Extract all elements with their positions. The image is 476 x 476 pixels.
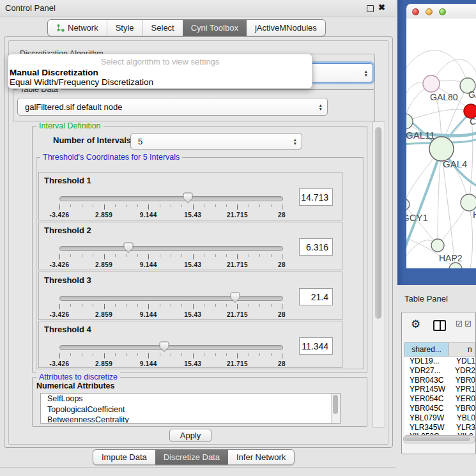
network-node[interactable] bbox=[431, 239, 444, 252]
network-node[interactable] bbox=[406, 114, 413, 129]
threshold-slider[interactable]: -3.4262.8599.14415.4321.71528 bbox=[59, 345, 282, 350]
tab-label: Select bbox=[151, 23, 174, 33]
columns-icon[interactable] bbox=[433, 320, 446, 331]
table-cell: YBL0 bbox=[448, 413, 475, 423]
checkbox-icon[interactable]: ☑ bbox=[456, 319, 463, 328]
threshold-value-field[interactable]: 6.316 bbox=[299, 238, 333, 256]
threshold-slider[interactable]: -3.4262.8599.14415.4321.71528 bbox=[59, 246, 282, 251]
tab-jactivemnodules[interactable]: jActiveMNodules bbox=[247, 20, 325, 36]
list-item[interactable]: BetweennessCentrality bbox=[41, 415, 340, 424]
network-node[interactable] bbox=[406, 199, 410, 210]
table-hscrollbar[interactable] bbox=[403, 435, 475, 443]
tick-mark bbox=[148, 254, 149, 259]
network-node[interactable] bbox=[423, 75, 440, 92]
zoom-traffic-light-icon[interactable] bbox=[439, 8, 446, 15]
slider-track[interactable] bbox=[59, 246, 283, 251]
attribute-list[interactable]: SelfLoopsTopologicalCoefficientBetweenne… bbox=[40, 393, 341, 424]
tab-infer-network[interactable]: Infer Network bbox=[228, 450, 294, 464]
tick-mark bbox=[193, 204, 194, 210]
list-scrollbar-thumb[interactable] bbox=[333, 395, 338, 414]
tick-mark bbox=[237, 353, 238, 358]
tick-mark bbox=[137, 304, 138, 307]
gear-icon[interactable]: ⚙ bbox=[411, 318, 420, 331]
close-panel-icon[interactable]: ✖ bbox=[378, 3, 385, 12]
threshold-slider[interactable]: -3.4262.8599.14415.4321.71528 bbox=[59, 196, 282, 201]
network-icon bbox=[56, 24, 65, 32]
checkbox-icon[interactable]: ☑ bbox=[464, 319, 472, 328]
tick-mark bbox=[249, 204, 249, 207]
table-row[interactable]: YDL19...YDL1 bbox=[404, 357, 475, 366]
table-row[interactable]: YBR043CYBR0 bbox=[404, 376, 475, 385]
tab-select[interactable]: Select bbox=[142, 20, 183, 36]
apply-button[interactable]: Apply bbox=[169, 429, 211, 442]
table-data-combobox[interactable]: galFiltered.sif default node ▲▼ bbox=[17, 98, 328, 116]
slider-track[interactable] bbox=[59, 345, 283, 350]
list-item[interactable]: TopologicalCoefficient bbox=[41, 404, 340, 415]
tick-mark bbox=[215, 204, 216, 207]
close-traffic-light-icon[interactable] bbox=[412, 8, 419, 15]
slider-ticks bbox=[59, 353, 282, 359]
list-item[interactable]: SelfLoops bbox=[41, 394, 340, 404]
table-row[interactable]: YDR27...YDR2 bbox=[404, 366, 475, 376]
network-canvas[interactable]: GAL80GACGAL11GAL4GCY1HHAP2 bbox=[406, 19, 476, 268]
threshold-slider[interactable]: -3.4262.8599.14415.4321.71528 bbox=[59, 296, 282, 301]
tick-mark bbox=[171, 353, 171, 356]
table-panel: ⚙ ☑ ☑ shared... n YDL19...YDL1YDR27...YD… bbox=[401, 312, 476, 454]
slider-track[interactable] bbox=[59, 296, 283, 301]
slider-thumb[interactable] bbox=[159, 341, 169, 353]
slider-thumb[interactable] bbox=[230, 292, 240, 303]
column-header-name[interactable]: n bbox=[449, 342, 475, 357]
tick-mark bbox=[204, 304, 204, 307]
slider-track[interactable] bbox=[59, 196, 283, 201]
number-of-intervals-label: Number of Intervals bbox=[53, 135, 131, 145]
table-cell: YBL079W bbox=[404, 413, 448, 423]
tab-impute-data[interactable]: Impute Data bbox=[93, 450, 155, 464]
table-row[interactable]: YLR345WYLR3 bbox=[404, 423, 475, 433]
tick-label: 2.859 bbox=[95, 261, 112, 268]
tick-mark bbox=[137, 254, 138, 257]
threshold-value-field[interactable]: 11.344 bbox=[299, 337, 333, 355]
node-label: H bbox=[473, 209, 476, 220]
threshold-panel: Threshold 2-3.4262.8599.14415.4321.71528… bbox=[38, 222, 342, 270]
table-row[interactable]: YER054CYER0 bbox=[404, 394, 475, 404]
dropdown-option-manual[interactable]: Manual Discretization bbox=[8, 68, 312, 77]
network-node[interactable] bbox=[429, 137, 454, 161]
slider-thumb[interactable] bbox=[183, 192, 193, 204]
tick-mark bbox=[282, 254, 282, 259]
tick-label: 15.43 bbox=[184, 211, 201, 219]
table-row[interactable]: YPR145WYPR1 bbox=[404, 385, 475, 394]
threshold-value-field[interactable]: 14.713 bbox=[299, 188, 333, 206]
tick-mark bbox=[282, 304, 282, 309]
tick-mark bbox=[93, 353, 93, 356]
network-window-titlebar[interactable] bbox=[406, 4, 476, 19]
tab-discretize-data[interactable]: Discretize Data bbox=[155, 450, 228, 464]
tab-cyni-toolbox[interactable]: Cyni Toolbox bbox=[183, 20, 247, 36]
node-label: C bbox=[470, 116, 476, 127]
column-header-shared[interactable]: shared... bbox=[404, 342, 449, 357]
network-node[interactable] bbox=[449, 263, 462, 268]
tick-mark bbox=[115, 204, 116, 207]
dropdown-option-equal-width[interactable]: Equal Width/Frequency Discretization bbox=[8, 77, 312, 87]
float-panel-icon[interactable] bbox=[367, 5, 374, 12]
tab-style[interactable]: Style bbox=[107, 20, 142, 36]
table-row[interactable]: YBL079WYBL0 bbox=[404, 413, 475, 423]
table-hscrollbar-thumb[interactable] bbox=[404, 436, 470, 441]
tick-mark bbox=[70, 304, 71, 307]
table-panel-title: Table Panel bbox=[404, 294, 448, 303]
number-of-intervals-combobox[interactable]: 5 ▲▼ bbox=[130, 133, 302, 150]
panel-scrollbar[interactable] bbox=[372, 121, 385, 428]
tab-network[interactable]: Network bbox=[48, 20, 107, 36]
tick-label: 28 bbox=[278, 360, 286, 367]
table-row[interactable]: YBR045CYBR0 bbox=[404, 404, 475, 413]
slider-thumb[interactable] bbox=[123, 242, 134, 254]
stepper-arrows-icon: ▲▼ bbox=[293, 138, 297, 145]
list-scrollbar[interactable] bbox=[331, 394, 340, 423]
threshold-value-field[interactable]: 21.4 bbox=[299, 288, 333, 305]
tick-mark bbox=[193, 353, 194, 358]
tick-label: -3.426 bbox=[50, 360, 70, 367]
tick-mark bbox=[249, 353, 249, 356]
table-cell: YDL19... bbox=[404, 357, 447, 366]
panel-scrollbar-thumb[interactable] bbox=[375, 127, 381, 319]
minimize-traffic-light-icon[interactable] bbox=[426, 8, 433, 15]
tick-label: 15.43 bbox=[184, 360, 201, 367]
